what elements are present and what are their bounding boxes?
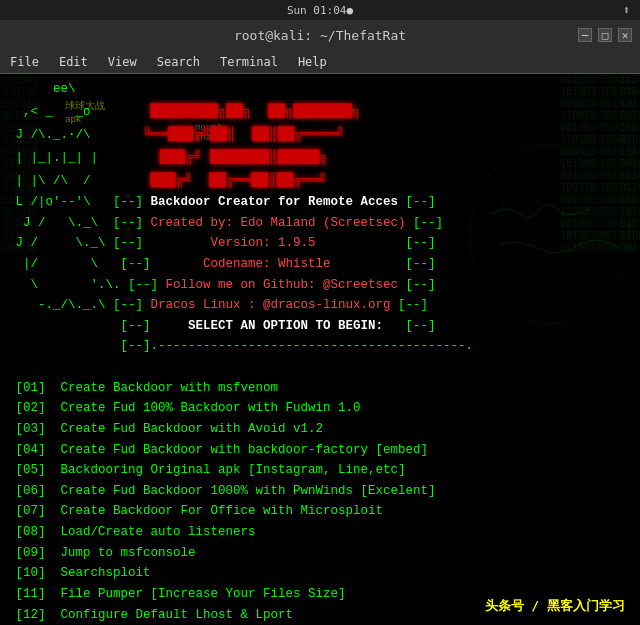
menu-search[interactable]: Search — [152, 53, 205, 71]
menu-file[interactable]: File — [5, 53, 44, 71]
system-bar: Sun 01:04● ⬆ — [0, 0, 640, 20]
upload-icon: ⬆ — [623, 3, 630, 17]
menu-view[interactable]: View — [103, 53, 142, 71]
terminal-output: ee\ ,< _ _o ████████╗██╗ ██╗███████╗ J /… — [0, 74, 640, 625]
system-time: Sun 01:04● — [287, 4, 353, 17]
minimize-button[interactable]: ─ — [578, 28, 592, 42]
watermark: 头条号 / 黑客入门学习 — [480, 595, 630, 617]
window-title: root@kali: ~/ThefatRat — [234, 28, 406, 43]
menu-help[interactable]: Help — [293, 53, 332, 71]
menu-bar: File Edit View Search Terminal Help — [0, 50, 640, 74]
window-wrapper: Sun 01:04● ⬆ root@kali: ~/ThefatRat ─ □ … — [0, 0, 640, 625]
maximize-button[interactable]: □ — [598, 28, 612, 42]
window-controls: ─ □ ✕ — [578, 28, 632, 42]
menu-terminal[interactable]: Terminal — [215, 53, 283, 71]
close-button[interactable]: ✕ — [618, 28, 632, 42]
terminal[interactable]: 1010010101101100100011011101000100111011… — [0, 74, 640, 625]
menu-edit[interactable]: Edit — [54, 53, 93, 71]
title-bar: root@kali: ~/ThefatRat ─ □ ✕ — [0, 20, 640, 50]
